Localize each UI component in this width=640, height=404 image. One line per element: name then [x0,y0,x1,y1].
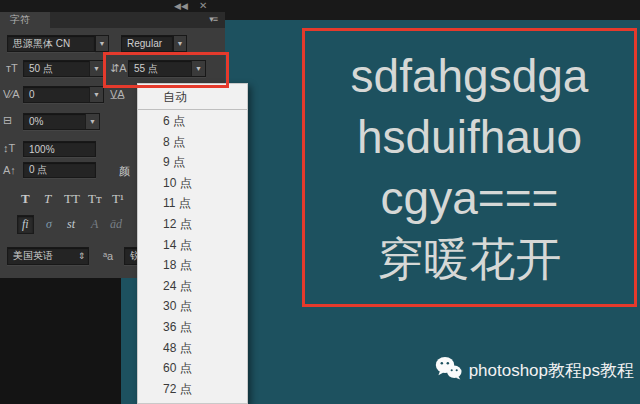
font-size-dropdown-icon[interactable]: ▼ [89,61,103,76]
small-caps-button[interactable]: Tᴛ [88,191,102,207]
font-style-field[interactable]: Regular [121,35,173,52]
font-style-dropdown-icon[interactable]: ▼ [173,35,187,52]
kerning-dropdown-icon[interactable]: ▼ [89,87,103,102]
language-field[interactable]: 美国英语 ⇕ [7,247,89,265]
kerning-icon: V∕A [3,88,20,100]
swash-button[interactable]: A [91,217,98,232]
language-value: 美国英语 [8,249,75,263]
leading-value: 55 点 [129,62,191,76]
proportional-spacing-dropdown-icon[interactable]: ▼ [85,114,99,129]
leading-dropdown-list: 自动 6 点 8 点 9 点 10 点 11 点 12 点 14 点 18 点 … [137,83,248,404]
proportional-spacing-value: 0% [24,116,85,127]
watermark-text: photoshop教程ps教程 [469,359,634,382]
kerning-field[interactable]: 0 ▼ [23,86,104,103]
proportional-spacing-icon: ⊟ [3,114,12,126]
dropdown-item[interactable]: 8 点 [138,132,247,153]
collapse-panel-icon[interactable]: ◀◀ [174,1,188,11]
dropdown-item-auto[interactable]: 自动 [138,87,247,108]
dropdown-separator [138,109,247,110]
dropdown-item[interactable]: 24 点 [138,276,247,297]
dropdown-item[interactable]: 36 点 [138,317,247,338]
faux-bold-button[interactable]: T [21,191,30,207]
canvas-text-line: cgya=== [381,168,559,229]
close-panel-icon[interactable]: ✕ [199,1,207,11]
screenshot-stage: sdfahgsdga hsduifhauo cgya=== 穿暖花开 photo… [0,0,640,404]
baseline-shift-field[interactable]: 0 点 [23,162,96,178]
leading-field[interactable]: 55 点 ▼ [128,60,206,77]
font-family-field[interactable]: 思源黑体 CN [7,35,95,52]
contextual-alternates-button[interactable]: σ [46,217,52,232]
tab-character[interactable]: 字符 [0,12,50,28]
discretionary-ligatures-button[interactable]: st [67,217,75,232]
font-size-value: 50 点 [24,62,89,76]
dropdown-item[interactable]: 48 点 [138,338,247,359]
antialias-label-icon: ᵃa [103,250,113,262]
dropdown-item[interactable]: 14 点 [138,235,247,256]
font-family-dropdown-icon[interactable]: ▼ [95,35,109,52]
dropdown-item[interactable]: 10 点 [138,173,247,194]
font-size-icon: ᴛT [6,62,18,74]
dropdown-item[interactable]: 6 点 [138,111,247,132]
watermark: photoshop教程ps教程 [435,356,634,385]
canvas-text-block: sdfahgsdga hsduifhauo cgya=== 穿暖花开 [302,28,637,307]
font-family-value: 思源黑体 CN [8,37,94,51]
font-size-field[interactable]: 50 点 ▼ [23,60,104,77]
dropdown-item[interactable]: 60 点 [138,358,247,379]
dropdown-item[interactable]: 12 点 [138,214,247,235]
dropdown-item[interactable]: 11 点 [138,193,247,214]
leading-dropdown-icon[interactable]: ▼ [191,61,205,76]
faux-italic-button[interactable]: T [44,191,51,207]
baseline-shift-value: 0 点 [24,163,95,177]
baseline-shift-icon: A↑ [3,164,16,176]
vertical-scale-field[interactable]: 100% [23,141,96,157]
proportional-spacing-field[interactable]: 0% ▼ [23,113,100,130]
font-style-value: Regular [122,38,172,49]
tracking-icon: V̲A̲ [110,88,125,100]
dropdown-item[interactable]: 30 点 [138,296,247,317]
dropdown-item[interactable]: 9 点 [138,152,247,173]
leading-icon: ⇵A [110,62,127,74]
superscript-button[interactable]: T¹ [112,191,124,207]
vertical-scale-icon: ↕T [3,142,15,154]
language-stepper-icon[interactable]: ⇕ [75,248,88,264]
kerning-value: 0 [24,89,89,100]
canvas-text-line: hsduifhauo [357,107,582,168]
stylistic-alternates-button[interactable]: ād [110,217,122,232]
canvas-text-line: sdfahgsdga [351,46,589,107]
color-label: 颜 [119,164,130,179]
wechat-icon [435,356,462,385]
dropdown-item[interactable]: 72 点 [138,379,247,400]
ligatures-button[interactable]: fi [17,215,34,234]
dropdown-item[interactable]: 18 点 [138,255,247,276]
panel-tab-bar: 字符 ▾≡ [0,12,225,28]
vertical-scale-value: 100% [24,144,95,155]
all-caps-button[interactable]: TT [64,191,80,207]
panel-menu-icon[interactable]: ▾≡ [209,14,217,24]
canvas-text-line: 穿暖花开 [378,229,562,290]
